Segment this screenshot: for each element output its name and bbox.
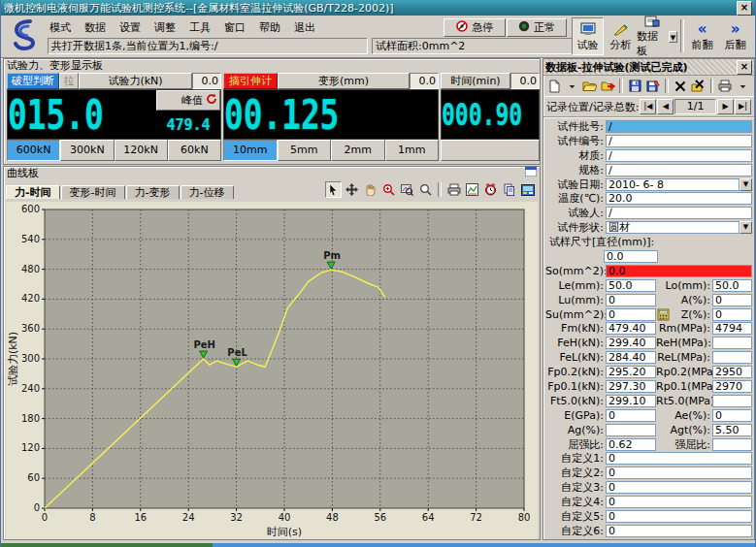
toolbar-button-试验[interactable]: 试验 <box>572 17 604 55</box>
timer-icon[interactable] <box>482 181 499 198</box>
force-time-chart[interactable]: 0816243240485664728006012018024030036042… <box>6 202 538 542</box>
field-input[interactable]: 299.40 <box>606 337 656 349</box>
menu-item-5[interactable]: 工具 <box>189 20 211 35</box>
field-input[interactable]: 0 <box>606 452 752 465</box>
field-input[interactable]: 0.0 <box>604 250 658 263</box>
first-record-button[interactable]: |◀ <box>640 99 656 114</box>
menu-item-4[interactable]: 调整 <box>154 20 176 35</box>
field-input[interactable]: 4794 <box>712 322 752 335</box>
emergency-stop-button[interactable]: 急停 <box>444 18 506 37</box>
dropdown-caret-icon[interactable] <box>564 78 579 95</box>
range-button-1mm[interactable]: 1mm <box>385 140 440 161</box>
field-input[interactable]: / <box>606 149 752 162</box>
zoom-in-icon[interactable] <box>380 181 397 198</box>
save-as-icon[interactable] <box>645 78 661 95</box>
next-page-button[interactable]: »后翻 <box>719 17 751 55</box>
remove-extensometer-button[interactable]: 摘引伸计 <box>223 73 278 89</box>
field-input[interactable]: 圆材 <box>606 221 740 234</box>
delete-record-icon[interactable] <box>673 78 688 95</box>
hand-tool-icon[interactable] <box>362 181 378 198</box>
data-board-close-icon[interactable]: × <box>737 60 752 75</box>
field-input[interactable]: 0 <box>606 294 656 306</box>
field-input[interactable]: / <box>606 164 752 177</box>
field-input[interactable]: 0 <box>606 409 656 422</box>
field-input[interactable]: / <box>606 120 752 133</box>
field-input[interactable]: 0 <box>606 510 752 523</box>
prev-record-button[interactable]: ◀ <box>657 99 674 114</box>
field-input[interactable]: 5.50 <box>712 424 752 436</box>
field-input[interactable] <box>712 438 752 451</box>
toolbar-button-分析[interactable]: 分析 <box>605 17 637 55</box>
field-input[interactable] <box>606 424 656 436</box>
field-input[interactable]: 0 <box>606 481 752 494</box>
field-input[interactable]: 2970 <box>712 380 752 393</box>
menu-item-2[interactable]: 数据 <box>84 20 106 35</box>
new-document-icon[interactable] <box>546 78 562 95</box>
menu-item-6[interactable]: 窗口 <box>224 20 246 35</box>
chevron-down-icon[interactable]: ▼ <box>740 178 752 191</box>
field-input[interactable]: 0.0 <box>606 265 752 277</box>
field-input[interactable]: 0 <box>712 294 752 306</box>
field-input[interactable]: 479.40 <box>606 322 656 335</box>
pan-cross-icon[interactable] <box>344 181 360 198</box>
calculator-icon[interactable] <box>656 308 671 321</box>
field-input[interactable]: 2010- 6- 8 <box>606 178 740 191</box>
field-input[interactable]: 295.20 <box>606 366 656 378</box>
break-judgment-button[interactable]: 破型判断 <box>7 73 59 89</box>
field-input[interactable]: 0 <box>606 467 752 479</box>
delete-all-icon[interactable] <box>690 78 706 95</box>
menu-item-1[interactable]: 模式 <box>49 20 71 35</box>
chevron-down-icon[interactable]: ▼ <box>740 221 752 234</box>
previous-page-button[interactable]: «前翻 <box>686 17 718 55</box>
normal-status-button[interactable]: 正常 <box>507 18 567 37</box>
select-cursor-icon[interactable] <box>325 181 342 198</box>
field-input[interactable]: 2950 <box>712 366 752 378</box>
field-input[interactable]: 0 <box>606 496 752 508</box>
field-input[interactable] <box>712 337 752 349</box>
print-icon[interactable] <box>717 78 733 95</box>
copy-icon[interactable] <box>501 181 517 198</box>
range-button-2mm[interactable]: 2mm <box>331 140 385 161</box>
open-file-icon[interactable] <box>582 78 598 95</box>
tab-力-位移[interactable]: 力-位移 <box>181 185 234 199</box>
tab-变形-时间[interactable]: 变形-时间 <box>61 185 125 199</box>
print-icon[interactable] <box>445 181 462 198</box>
field-input[interactable]: 299.10 <box>606 395 656 407</box>
display-board-icon[interactable] <box>519 181 536 198</box>
toolbar-button-数据板[interactable]: 数据板 <box>636 17 668 55</box>
field-input[interactable]: 0.62 <box>606 438 656 451</box>
zoom-out-icon[interactable] <box>417 181 434 198</box>
field-input[interactable] <box>712 351 752 364</box>
field-input[interactable]: / <box>606 135 752 147</box>
close-icon[interactable]: × <box>737 1 752 16</box>
zoom-window-icon[interactable] <box>399 181 415 198</box>
field-input[interactable]: 50.0 <box>606 279 656 292</box>
field-input[interactable]: / <box>606 207 752 219</box>
field-input[interactable]: 297.30 <box>606 380 656 393</box>
databoard-dropdown-icon[interactable]: ▼ <box>669 31 677 43</box>
range-button-10mm[interactable]: 10mm <box>223 140 278 161</box>
field-input[interactable]: 0 <box>712 308 752 321</box>
field-input[interactable]: 0 <box>606 525 752 537</box>
dropdown-caret-icon[interactable] <box>736 78 751 95</box>
next-record-button[interactable]: ▶ <box>717 99 734 114</box>
field-input[interactable]: 0 <box>606 308 656 321</box>
range-button-120kN[interactable]: 120kN <box>115 140 168 161</box>
tab-力-变形[interactable]: 力-变形 <box>126 185 180 199</box>
range-button-600kN[interactable]: 600kN <box>7 140 60 161</box>
field-input[interactable]: 0 <box>712 409 752 422</box>
float-panel-icon[interactable] <box>525 167 537 179</box>
field-input[interactable] <box>712 395 752 407</box>
last-record-button[interactable]: ▶| <box>735 99 751 114</box>
range-button-60kN[interactable]: 60kN <box>168 140 221 161</box>
range-button-300kN[interactable]: 300kN <box>60 140 114 161</box>
range-button-5mm[interactable]: 5mm <box>278 140 332 161</box>
field-input[interactable]: 20.0 <box>606 192 752 205</box>
field-input[interactable]: 284.40 <box>606 351 656 364</box>
menu-item-7[interactable]: 帮助 <box>259 20 280 35</box>
export-file-icon[interactable] <box>600 78 615 95</box>
pull-mode-button[interactable]: 拉 <box>59 73 79 89</box>
tab-力-时间[interactable]: 力-时间 <box>6 185 60 199</box>
menu-item-3[interactable]: 设置 <box>119 20 141 35</box>
chart-edit-icon[interactable] <box>464 181 480 198</box>
